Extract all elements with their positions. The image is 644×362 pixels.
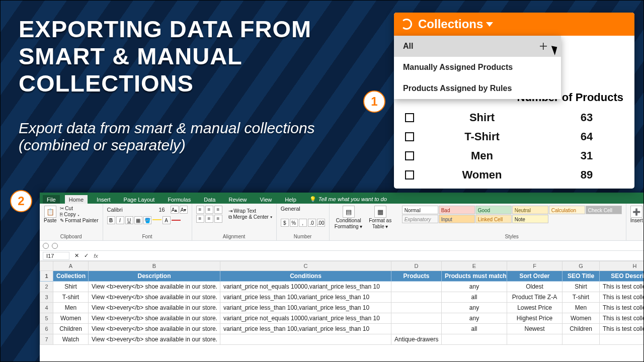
cell-style-gallery[interactable]: Normal Bad Good Neutral Calculation Chec… (402, 206, 622, 223)
ribbon-tab-strip[interactable]: File Home Insert Page Layout Formulas Da… (40, 193, 643, 204)
cell[interactable]: Women (53, 313, 89, 324)
style-calculation[interactable]: Calculation (549, 206, 585, 214)
inc-decimal-icon[interactable]: .0 (308, 219, 316, 227)
formula-bar[interactable]: I17 ✕ ✓ fx (40, 251, 643, 261)
painter-button[interactable]: ✎ Format Painter (60, 218, 99, 224)
style-good[interactable]: Good (475, 206, 512, 214)
undo-icon[interactable] (43, 243, 49, 249)
tab-view[interactable]: View (256, 195, 276, 204)
align-left-icon[interactable]: ≡ (196, 215, 204, 223)
style-bad[interactable]: Bad (439, 206, 475, 214)
cell[interactable]: Shirt (562, 282, 600, 292)
col-letter[interactable]: F (507, 261, 562, 271)
checkbox-icon[interactable] (405, 151, 414, 160)
refresh-icon[interactable] (401, 19, 412, 30)
collections-titlebar[interactable]: Collections (394, 13, 634, 36)
collections-row[interactable]: T-Shirt 64 (405, 130, 623, 143)
cell[interactable]: variant_price less_than 100,variant_pric… (220, 292, 391, 303)
wrap-text-button[interactable]: ⇥ Wrap Text (228, 208, 272, 214)
cell[interactable]: Children (53, 324, 89, 334)
font-name-select[interactable]: Calibri (107, 207, 153, 213)
comma-icon[interactable]: , (299, 219, 307, 227)
copy-button[interactable]: ⎘ Copy ▾ (60, 212, 99, 218)
align-right-icon[interactable]: ≡ (214, 215, 222, 223)
table-row[interactable]: 5WomenView <b>every</b> shoe available i… (40, 313, 644, 324)
cell[interactable]: Newest (507, 324, 562, 334)
underline-button[interactable]: U (125, 216, 133, 224)
col-letter[interactable]: E (442, 261, 507, 271)
fx-icon[interactable]: fx (94, 253, 98, 259)
header-cell[interactable]: Products (391, 271, 442, 282)
header-cell[interactable]: SEO Title (562, 271, 600, 282)
cell[interactable] (391, 292, 442, 303)
header-cell[interactable]: Sort Order (507, 271, 562, 282)
col-letter[interactable]: A (53, 261, 89, 271)
tab-insert[interactable]: Insert (93, 195, 115, 204)
cut-button[interactable]: ✂︎ Cut (60, 206, 99, 212)
cond-format-icon[interactable]: ▤ (343, 206, 355, 218)
cell[interactable]: any (442, 313, 507, 324)
cell[interactable] (507, 334, 562, 345)
cell[interactable]: variant_price not_equals 10000,variant_p… (220, 282, 391, 292)
format-table-icon[interactable]: ▦ (374, 206, 386, 218)
col-letter[interactable]: C (220, 261, 391, 271)
cell[interactable]: Men (53, 303, 89, 313)
style-note[interactable]: Note (512, 215, 548, 223)
header-cell[interactable]: Description (89, 271, 220, 282)
table-row[interactable]: 3T-shirtView <b>every</b> shoe available… (40, 292, 644, 303)
cell[interactable]: This is test collection (600, 313, 644, 324)
cell[interactable]: Lowest Price (507, 303, 562, 313)
row-number[interactable]: 6 (40, 324, 53, 334)
tab-page-layout[interactable]: Page Layout (120, 195, 159, 204)
cell[interactable] (391, 303, 442, 313)
border-icon[interactable]: ▦ (134, 216, 142, 224)
col-letter[interactable]: H (600, 261, 644, 271)
align-center-icon[interactable]: ≡ (205, 215, 213, 223)
cell[interactable]: View <b>every</b> shoe available in our … (89, 282, 220, 292)
cell[interactable]: View <b>every</b> shoe available in our … (89, 324, 220, 334)
cell[interactable]: all (442, 292, 507, 303)
bold-button[interactable]: B (107, 216, 115, 224)
cell[interactable]: This is test collection (600, 303, 644, 313)
header-cell[interactable]: SEO Description (600, 271, 644, 282)
style-explanatory[interactable]: Explanatory … (402, 215, 438, 223)
cell[interactable]: T-shirt (53, 292, 89, 303)
dec-decimal-icon[interactable]: .00 (317, 219, 325, 227)
align-top-icon[interactable]: ≡ (196, 206, 204, 214)
fx-confirm-icon[interactable]: ✓ (84, 252, 89, 259)
tab-help[interactable]: Help (281, 195, 300, 204)
collections-row[interactable]: Women 89 (405, 168, 623, 182)
cell[interactable] (442, 334, 507, 345)
align-mid-icon[interactable]: ≡ (205, 206, 213, 214)
header-cell[interactable]: Collection (53, 271, 89, 282)
checkbox-icon[interactable] (405, 170, 414, 179)
cell[interactable]: This is test collection (600, 324, 644, 334)
cell[interactable]: any (442, 282, 507, 292)
font-color-icon[interactable]: A (163, 216, 171, 224)
cell[interactable]: Men (562, 303, 600, 313)
col-letter[interactable]: D (391, 261, 442, 271)
tab-data[interactable]: Data (200, 195, 219, 204)
cell[interactable] (391, 313, 442, 324)
col-letter[interactable]: B (89, 261, 220, 271)
cell[interactable]: Shirt (53, 282, 89, 292)
italic-button[interactable]: I (116, 216, 124, 224)
cell[interactable]: variant_price less_than 100,variant_pric… (220, 324, 391, 334)
align-bot-icon[interactable]: ≡ (214, 206, 222, 214)
style-normal[interactable]: Normal (402, 206, 438, 214)
row-number[interactable]: 3 (40, 292, 53, 303)
format-table-button[interactable]: Format as Table ▾ (367, 218, 394, 230)
merge-center-button[interactable]: ⧉ Merge & Center ▾ (228, 214, 272, 220)
tab-home[interactable]: Home (65, 195, 88, 204)
redo-icon[interactable] (52, 243, 58, 249)
cell[interactable]: Product Title Z-A (507, 292, 562, 303)
col-letter[interactable]: G (562, 261, 600, 271)
cell[interactable]: variant_price less_than 100,variant_pric… (220, 303, 391, 313)
style-linked-cell[interactable]: Linked Cell (475, 215, 512, 223)
cell[interactable]: Antique-drawers (391, 334, 442, 345)
table-row[interactable]: 7WatchView <b>every</b> shoe available i… (40, 334, 644, 345)
font-size-select[interactable]: 16 (154, 207, 170, 213)
cell[interactable]: View <b>every</b> shoe available in our … (89, 303, 220, 313)
cell[interactable]: Oldest (507, 282, 562, 292)
cell[interactable]: View <b>every</b> shoe available in our … (89, 292, 220, 303)
